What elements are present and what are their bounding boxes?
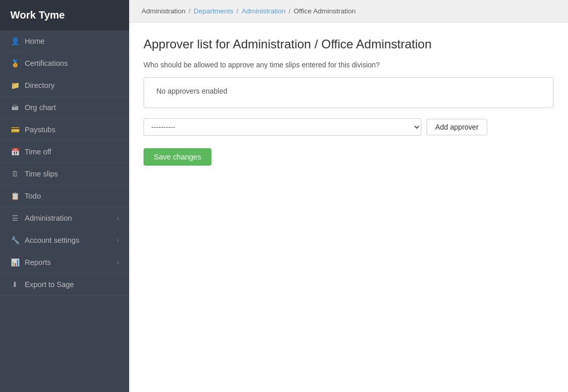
sidebar: Work Tyme 👤 Home 🏅 Certifications 📁 Dire… [0,0,129,392]
breadcrumb-sep-1: / [189,7,191,15]
org-chart-icon: 🏔 [10,103,20,112]
reports-icon: 📊 [10,258,20,266]
sidebar-item-label: Certifications [25,59,68,67]
sidebar-item-label: Reports [25,258,51,266]
directory-icon: 📁 [10,81,20,90]
sidebar-item-label: Org chart [25,103,56,112]
time-slips-icon: 🗓 [10,170,20,178]
approvers-box: No approvers enabled [144,77,554,108]
main-content: Administration / Departments / Administr… [129,0,568,392]
sidebar-item-label: Administration [25,214,72,222]
sidebar-item-time-slips[interactable]: 🗓 Time slips [0,163,129,185]
todo-icon: 📋 [10,192,20,200]
sidebar-item-todo[interactable]: 📋 Todo [0,185,129,207]
page-title: Approver list for Administration / Offic… [144,37,554,51]
sidebar-item-label: Paystubs [25,126,56,134]
breadcrumb-sep-2: / [237,7,239,15]
sidebar-item-label: Time off [25,148,51,156]
export-icon: ⬇ [10,280,20,289]
sidebar-item-label: Account settings [25,236,79,244]
sidebar-item-certifications[interactable]: 🏅 Certifications [0,52,129,75]
chevron-right-icon: › [117,259,119,266]
sidebar-item-label: Todo [25,192,41,200]
time-off-icon: 📅 [10,148,20,156]
sidebar-item-label: Home [25,37,45,45]
sidebar-item-label: Directory [25,81,55,90]
chevron-right-icon: › [117,215,119,222]
sidebar-item-label: Time slips [25,170,58,178]
sidebar-item-paystubs[interactable]: 💳 Paystubs [0,119,129,141]
breadcrumb-administration: Administration [141,7,186,15]
page-body: Approver list for Administration / Offic… [129,23,568,180]
approver-select[interactable]: ---------- [144,118,421,136]
sidebar-item-export-to-sage[interactable]: ⬇ Export to Sage [0,274,129,296]
home-icon: 👤 [10,37,20,45]
paystubs-icon: 💳 [10,126,20,134]
breadcrumb-administration-link[interactable]: Administration [241,7,286,15]
app-logo: Work Tyme [0,0,129,30]
save-changes-button[interactable]: Save changes [144,148,211,166]
breadcrumb-departments[interactable]: Departments [193,7,233,15]
chevron-right-icon: › [117,237,119,244]
add-approver-row: ---------- Add approver [144,118,554,136]
sidebar-item-account-settings[interactable]: 🔧 Account settings › [0,229,129,252]
sidebar-item-reports[interactable]: 📊 Reports › [0,252,129,274]
sidebar-item-label: Export to Sage [25,280,74,289]
certifications-icon: 🏅 [10,59,20,67]
sidebar-item-directory[interactable]: 📁 Directory [0,75,129,97]
breadcrumb: Administration / Departments / Administr… [129,0,568,23]
sidebar-item-home[interactable]: 👤 Home [0,30,129,52]
page-description: Who should be allowed to approve any tim… [144,61,554,69]
administration-icon: ☰ [10,214,20,222]
add-approver-button[interactable]: Add approver [427,119,487,135]
breadcrumb-sep-3: / [289,7,291,15]
no-approvers-text: No approvers enabled [156,87,227,95]
sidebar-item-administration[interactable]: ☰ Administration › [0,207,129,229]
sidebar-item-org-chart[interactable]: 🏔 Org chart [0,97,129,119]
sidebar-item-time-off[interactable]: 📅 Time off [0,141,129,163]
breadcrumb-office-adminstration: Office Adminstration [294,7,356,15]
account-settings-icon: 🔧 [10,236,20,244]
